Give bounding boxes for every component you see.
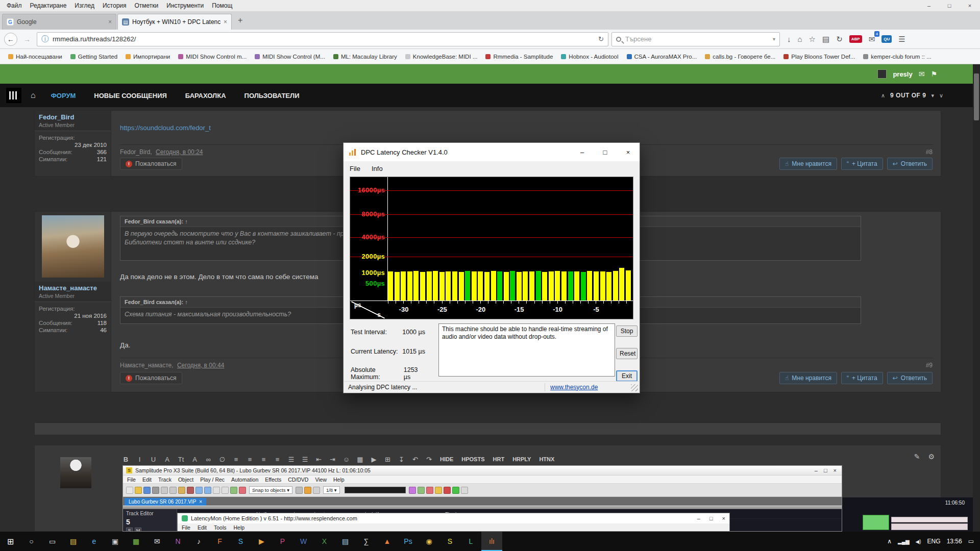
post-number[interactable]: #9: [926, 362, 933, 369]
editor-ordered-list-button[interactable]: ☰: [299, 453, 311, 465]
taskbar-firefox[interactable]: F: [209, 532, 230, 551]
latencymon-menu-file[interactable]: File: [182, 524, 190, 531]
taskbar-media-player[interactable]: ▶: [251, 532, 272, 551]
bookmark-item[interactable]: CSA - AuroraMAX Pro...: [624, 52, 700, 61]
bookmark-item[interactable]: KnowledgeBase: MIDI ...: [402, 52, 481, 61]
bookmark-item[interactable]: MIDI Show Control m...: [175, 52, 250, 61]
editor-align-center-button[interactable]: ≡: [243, 453, 256, 465]
quote-button[interactable]: “+ Цитата: [841, 372, 883, 384]
zoom-tool-icon[interactable]: [313, 487, 320, 494]
menu-tools[interactable]: Инструменти: [163, 1, 207, 10]
tab-current-thread[interactable]: ▤ Ноутбук + WIN10 + DPC Latenc ×: [117, 14, 232, 30]
resize-grip[interactable]: [631, 384, 638, 391]
automation-toggle-icon[interactable]: [426, 487, 433, 494]
taskbar-word[interactable]: W: [293, 532, 314, 551]
menu-help[interactable]: Помощ: [208, 1, 236, 10]
editor-smilies-button[interactable]: ☺: [340, 453, 353, 465]
range-mode-icon[interactable]: [222, 487, 229, 494]
bookmark-item[interactable]: Импортирани: [122, 52, 173, 61]
audio-clip-green[interactable]: [863, 515, 889, 530]
editor-align-right-button[interactable]: ≡: [257, 453, 270, 465]
samplitude-menu-help[interactable]: Help: [333, 477, 345, 483]
bookmark-item[interactable]: Hobnox - Audiotool: [558, 52, 621, 61]
taskbar-dpc-latency-checker[interactable]: ılı: [481, 532, 502, 551]
solo-button[interactable]: S: [126, 528, 133, 531]
quick-search-icon[interactable]: QU: [881, 35, 892, 43]
post-number[interactable]: #8: [926, 148, 933, 156]
taskbar-edge[interactable]: e: [84, 532, 105, 551]
bookmark-item[interactable]: MIDI Show Control (M...: [252, 52, 328, 61]
editor-hide-button[interactable]: HIDE: [436, 456, 457, 462]
home-icon[interactable]: ⌂: [26, 91, 41, 100]
taskbar-photoshop[interactable]: Ps: [398, 532, 419, 551]
close-button[interactable]: ×: [834, 467, 837, 473]
dpc-menu-file[interactable]: File: [350, 165, 360, 172]
editor-hrply-button[interactable]: HRPLY: [509, 456, 534, 462]
maximize-button[interactable]: □: [709, 515, 713, 521]
search-engine-dropdown-icon[interactable]: ▾: [773, 36, 775, 42]
taskbar-onenote[interactable]: N: [167, 532, 188, 551]
nav-users[interactable]: ПОЛЬЗОВАТЕЛИ: [236, 85, 308, 107]
new-tab-button[interactable]: +: [233, 16, 248, 25]
save-project-icon[interactable]: [143, 487, 151, 494]
metronome-icon[interactable]: [435, 487, 442, 494]
current-user-avatar[interactable]: [60, 457, 91, 488]
pager-label[interactable]: 9 OUT OF 9: [890, 92, 926, 99]
taskbar-paint[interactable]: P: [272, 532, 293, 551]
taskbar-search[interactable]: ○: [21, 532, 42, 551]
back-button[interactable]: ←: [4, 33, 17, 46]
quote-button[interactable]: “+ Цитата: [841, 158, 883, 170]
nav-forum[interactable]: ФОРУМ: [43, 85, 84, 107]
track-editor-title[interactable]: Track Editor: [126, 511, 174, 516]
browser-scrollbar[interactable]: [973, 64, 980, 532]
scroll-down-icon[interactable]: ∨: [939, 92, 943, 99]
latencymon-menu-edit[interactable]: Edit: [198, 524, 207, 531]
taskbar-vlc[interactable]: ▲: [377, 532, 398, 551]
reply-button[interactable]: ↩Ответить: [887, 372, 933, 384]
adblock-plus-icon[interactable]: ABP: [849, 35, 862, 43]
universal-mouse-mode-icon[interactable]: [213, 487, 220, 494]
samplitude-menu-edit[interactable]: Edit: [142, 477, 152, 483]
author-avatar-image[interactable]: [42, 215, 104, 278]
position-box[interactable]: [345, 487, 406, 493]
latencymon-menu-help[interactable]: Help: [234, 524, 245, 531]
taskbar-calculator[interactable]: ∑: [356, 532, 377, 551]
tab-close-icon[interactable]: ×: [224, 18, 227, 26]
taskbar-task-view[interactable]: ▭: [42, 532, 63, 551]
exit-button[interactable]: Exit: [616, 370, 638, 382]
latencymon-menu-tools[interactable]: Tools: [214, 524, 227, 531]
minimize-button[interactable]: –: [919, 3, 939, 9]
menu-file[interactable]: Файл: [3, 1, 26, 10]
minimize-button[interactable]: –: [571, 143, 594, 161]
menu-bookmarks[interactable]: Отметки: [131, 1, 162, 10]
editor-hposts-button[interactable]: HPOSTS: [458, 456, 488, 462]
taskbar-photos[interactable]: ▦: [126, 532, 146, 551]
tab-google[interactable]: G Google ×: [2, 14, 116, 30]
maximize-button[interactable]: □: [594, 143, 617, 161]
bookmark-star-icon[interactable]: ☆: [809, 35, 816, 44]
editor-bbcode-toggle-icon[interactable]: ✎: [914, 453, 920, 461]
editor-hrt-button[interactable]: HRT: [489, 456, 508, 462]
menu-edit[interactable]: Редактиране: [27, 1, 70, 10]
samplitude-menu-view[interactable]: View: [315, 477, 327, 483]
bookmark-item[interactable]: Getting Started: [67, 52, 120, 61]
dpc-titlebar[interactable]: DPC Latency Checker V1.4.0 – □ ×: [344, 143, 640, 161]
bookmark-item[interactable]: calls.bg - Говорете бе...: [702, 52, 778, 61]
library-icon[interactable]: ▤: [822, 35, 829, 44]
editor-drafts-button[interactable]: ↧: [395, 453, 408, 465]
editor-outdent-button[interactable]: ⇤: [312, 453, 325, 465]
post-date-link[interactable]: Сегодня, в 00:44: [177, 362, 224, 369]
samplitude-menu-play-rec[interactable]: Play / Rec: [200, 477, 225, 483]
samplitude-menu-cd-dvd[interactable]: CD/DVD: [288, 477, 308, 483]
taskbar-groove-music[interactable]: ♪: [188, 532, 209, 551]
bookmark-item[interactable]: Rmmedia - Samplitude: [482, 52, 556, 61]
undo-icon[interactable]: [195, 487, 203, 494]
site-logo[interactable]: [6, 88, 21, 103]
reply-button[interactable]: ↩Ответить: [887, 158, 933, 170]
report-button[interactable]: ! Пожаловаться: [120, 158, 182, 170]
username-link[interactable]: presly: [893, 70, 912, 78]
new-vip-icon[interactable]: [126, 487, 133, 494]
like-button[interactable]: ☝Мне нравится: [779, 372, 837, 384]
editor-undo-button[interactable]: ↶: [409, 453, 422, 465]
taskbar-notepad[interactable]: ▤: [335, 532, 356, 551]
